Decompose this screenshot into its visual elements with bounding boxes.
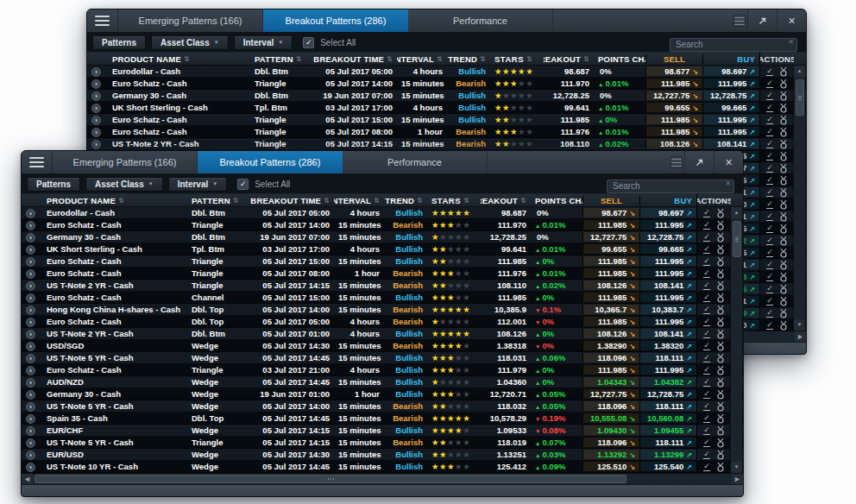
sell-price-button[interactable]: 12,727.75↘	[582, 232, 639, 242]
performance-medal-icon[interactable]	[716, 317, 725, 327]
header-points-change[interactable]: POINTS CHANGE	[531, 196, 582, 205]
performance-medal-icon[interactable]	[716, 401, 725, 412]
performance-medal-icon[interactable]	[779, 66, 788, 77]
buy-price-button[interactable]: 111.995↗	[639, 268, 696, 278]
menu-icon[interactable]	[87, 9, 118, 32]
confirm-trade-icon[interactable]: ✓	[766, 152, 773, 161]
confirm-trade-icon[interactable]: ✓	[703, 378, 710, 387]
confirm-trade-icon[interactable]: ✓	[766, 116, 773, 124]
close-button[interactable]: ×	[777, 9, 806, 32]
confirm-trade-icon[interactable]: ✓	[703, 438, 710, 447]
confirm-trade-icon[interactable]: ✓	[766, 285, 773, 293]
expand-chevron-icon[interactable]: ›	[26, 450, 35, 460]
buy-price-button[interactable]: 1.38320↗	[639, 341, 696, 350]
confirm-trade-icon[interactable]: ✓	[703, 221, 710, 230]
performance-medal-icon[interactable]	[779, 211, 788, 222]
scroll-right-icon[interactable]: ►	[732, 474, 743, 484]
sell-price-button[interactable]: 12,727.75↘	[582, 389, 639, 399]
buy-price-button[interactable]: 1.09455↗	[639, 425, 696, 435]
sell-price-button[interactable]: 1.13292↘	[582, 450, 639, 459]
sell-price-button[interactable]: 111.985↘	[645, 79, 702, 88]
performance-medal-icon[interactable]	[779, 163, 788, 173]
performance-medal-icon[interactable]	[779, 308, 788, 318]
performance-medal-icon[interactable]	[779, 175, 788, 186]
confirm-trade-icon[interactable]: ✓	[766, 212, 773, 221]
expand-chevron-icon[interactable]: ›	[26, 209, 35, 218]
confirm-trade-icon[interactable]: ✓	[766, 224, 773, 233]
buy-price-button[interactable]: 125.540↗	[639, 462, 696, 471]
table-row[interactable]: › Spain 35 - Cash Dbl. Top 05 Jul 2017 1…	[22, 413, 743, 425]
header-product-name[interactable]: PRODUCT NAME⇅	[42, 196, 187, 205]
buy-price-button[interactable]: 111.995↗	[639, 220, 696, 230]
table-row[interactable]: › Euro Schatz - Cash Triangle 05 Jul 201…	[87, 126, 806, 138]
confirm-trade-icon[interactable]: ✓	[766, 164, 773, 173]
expand-chevron-icon[interactable]: ›	[91, 104, 101, 113]
sell-price-button[interactable]: 111.985↘	[582, 317, 639, 326]
confirm-trade-icon[interactable]: ✓	[766, 188, 773, 197]
confirm-trade-icon[interactable]: ✓	[703, 342, 710, 350]
header-pattern[interactable]: PATTERN⇅	[250, 54, 309, 64]
performance-medal-icon[interactable]	[716, 438, 725, 448]
performance-medal-icon[interactable]	[779, 127, 788, 137]
table-row[interactable]: › USD/SGD Wedge 05 Jul 2017 14:30 15 min…	[22, 340, 743, 352]
header-points-change[interactable]: POINTS CHANGE	[594, 54, 645, 64]
buy-price-button[interactable]: 111.995↗	[702, 79, 759, 88]
performance-medal-icon[interactable]	[779, 103, 788, 113]
performance-medal-icon[interactable]	[716, 377, 725, 387]
buy-price-button[interactable]: 111.995↗	[639, 365, 696, 375]
expand-chevron-icon[interactable]: ›	[26, 306, 35, 315]
sell-price-button[interactable]: 99.655↘	[645, 103, 702, 112]
performance-medal-icon[interactable]	[779, 91, 788, 101]
expand-chevron-icon[interactable]: ›	[26, 342, 35, 351]
performance-medal-icon[interactable]	[716, 450, 725, 460]
table-row[interactable]: › Euro Schatz - Cash Triangle 05 Jul 201…	[87, 78, 806, 90]
performance-medal-icon[interactable]	[716, 389, 725, 400]
buy-price-button[interactable]: 12,728.75↗	[702, 91, 759, 100]
sell-price-button[interactable]: 118.096↘	[582, 401, 639, 411]
scroll-down-icon[interactable]: ▼	[794, 319, 805, 331]
buy-price-button[interactable]: 108.141↗	[639, 280, 696, 290]
search-clear-icon[interactable]: ×	[789, 36, 794, 47]
sell-price-button[interactable]: 98.677↘	[645, 66, 702, 76]
buy-price-button[interactable]: 1.13299↗	[639, 450, 696, 459]
header-pattern[interactable]: PATTERN⇅	[187, 196, 246, 205]
sell-price-button[interactable]: 111.985↘	[582, 365, 639, 375]
confirm-trade-icon[interactable]: ✓	[766, 261, 773, 269]
horizontal-scroll-thumb[interactable]	[35, 475, 626, 483]
scroll-left-icon[interactable]: ◄	[22, 474, 33, 484]
confirm-trade-icon[interactable]: ✓	[703, 281, 710, 290]
performance-medal-icon[interactable]	[716, 305, 725, 315]
confirm-trade-icon[interactable]: ✓	[703, 318, 710, 326]
table-row[interactable]: › US T-Note 10 YR - Cash Wedge 05 Jul 20…	[22, 461, 743, 473]
expand-chevron-icon[interactable]: ›	[26, 233, 35, 243]
scroll-down-icon[interactable]: ▼	[731, 462, 742, 473]
tab-performance[interactable]: Performance	[343, 151, 488, 173]
header-breakout-time[interactable]: BREAKOUT TIME⇅	[246, 196, 334, 205]
maximize-button[interactable]	[684, 151, 714, 173]
confirm-trade-icon[interactable]: ✓	[703, 366, 710, 375]
performance-medal-icon[interactable]	[716, 208, 725, 218]
table-row[interactable]: › Euro Schatz - Cash Triangle 05 Jul 201…	[22, 268, 743, 280]
performance-medal-icon[interactable]	[779, 248, 788, 258]
expand-chevron-icon[interactable]: ›	[91, 91, 101, 101]
table-row[interactable]: › US T-Note 2 YR - Cash Dbl. Btm 05 Jul …	[22, 328, 743, 340]
buy-price-button[interactable]: 12,728.75↗	[639, 389, 696, 399]
performance-medal-icon[interactable]	[779, 272, 788, 282]
tab-emerging-patterns[interactable]: Emerging Patterns (166)	[118, 9, 263, 32]
performance-medal-icon[interactable]	[779, 115, 788, 125]
expand-chevron-icon[interactable]: ›	[26, 426, 35, 436]
table-row[interactable]: › Germany 30 - Cash Wedge 19 Jun 2017 01…	[22, 388, 743, 400]
expand-chevron-icon[interactable]: ›	[26, 257, 35, 267]
confirm-trade-icon[interactable]: ✓	[766, 249, 773, 257]
buy-price-button[interactable]: 98.697↗	[702, 66, 759, 76]
sell-price-button[interactable]: 99.655↘	[582, 244, 639, 254]
tab-breakout-patterns[interactable]: Breakout Patterns (286)	[198, 151, 343, 173]
confirm-trade-icon[interactable]: ✓	[703, 293, 710, 302]
close-button[interactable]: ×	[714, 151, 743, 173]
header-breakout[interactable]: BREAKOUT⇅	[544, 54, 594, 64]
confirm-trade-icon[interactable]: ✓	[703, 354, 710, 362]
expand-chevron-icon[interactable]: ›	[91, 140, 101, 149]
header-stars[interactable]: STARS⇅	[427, 196, 481, 205]
expand-chevron-icon[interactable]: ›	[26, 245, 35, 255]
confirm-trade-icon[interactable]: ✓	[703, 257, 710, 266]
